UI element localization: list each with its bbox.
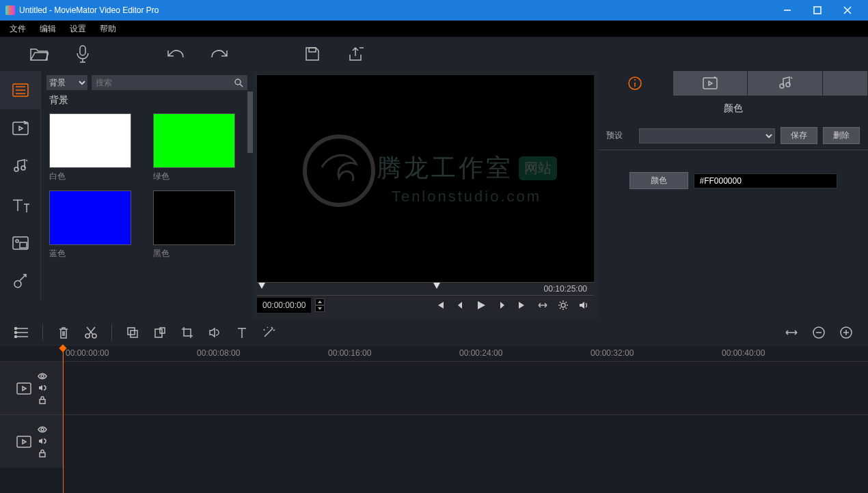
asset-scrollbar[interactable] [247, 91, 253, 153]
magic-button[interactable] [256, 326, 283, 339]
track-body[interactable] [63, 362, 868, 414]
crop-button[interactable] [174, 326, 201, 339]
lock-icon[interactable] [39, 396, 46, 404]
record-voice-button[interactable] [64, 40, 101, 68]
search-input[interactable] [96, 78, 234, 87]
export-button[interactable] [338, 40, 375, 68]
timecode-down-button[interactable] [315, 305, 325, 312]
side-tab-media[interactable] [0, 71, 41, 109]
color-picker-button[interactable]: 颜色 [629, 172, 688, 189]
track-header[interactable] [0, 415, 63, 468]
save-button[interactable] [294, 40, 331, 68]
timeline-ruler[interactable]: 00:00:00:00 00:00:08:00 00:00:16:00 00:0… [0, 346, 868, 361]
main-toolbar [0, 37, 868, 71]
paste-button[interactable] [146, 326, 174, 339]
ruler-tick: 00:00:00:00 [66, 348, 109, 358]
titlebar: Untitled - MovieMator Video Editor Pro [0, 0, 868, 20]
text-button[interactable] [228, 326, 256, 339]
mute-button[interactable] [201, 327, 228, 338]
asset-white[interactable]: 白色 [49, 113, 141, 182]
audio-icon[interactable] [38, 384, 46, 392]
asset-heading: 背景 [49, 94, 247, 107]
playhead-icon[interactable] [63, 346, 64, 493]
inspector-tab-info[interactable] [598, 71, 673, 96]
step-forward-button[interactable] [491, 300, 512, 310]
side-tab-effects[interactable] [0, 262, 41, 300]
zoom-in-button[interactable] [832, 326, 860, 339]
in-marker-icon[interactable] [258, 283, 265, 289]
side-tab-video[interactable] [0, 109, 41, 147]
inspector-tab-more[interactable] [823, 71, 868, 96]
svg-point-52 [41, 428, 44, 431]
undo-button[interactable] [157, 40, 194, 68]
skip-end-button[interactable] [512, 300, 532, 310]
maximize-button[interactable] [802, 0, 832, 20]
step-back-button[interactable] [450, 300, 471, 310]
timeline-toolbar [0, 319, 868, 346]
open-button[interactable] [21, 40, 57, 68]
menu-file[interactable]: 文件 [3, 20, 33, 37]
preset-delete-button[interactable]: 删除 [823, 127, 860, 144]
preset-label: 预设 [606, 130, 634, 141]
volume-button[interactable] [573, 300, 594, 310]
asset-black[interactable]: 黑色 [153, 191, 245, 259]
video-track-icon [16, 435, 32, 449]
timeline-menu-button[interactable] [8, 327, 36, 338]
out-marker-icon[interactable] [433, 283, 440, 289]
svg-point-33 [15, 332, 17, 334]
inspector-tab-audio[interactable] [748, 71, 823, 96]
svg-rect-1 [814, 7, 821, 14]
delete-button[interactable] [50, 326, 77, 339]
svg-rect-49 [40, 399, 45, 404]
cut-button[interactable] [77, 326, 105, 339]
asset-blue[interactable]: 蓝色 [49, 191, 141, 259]
side-tab-audio[interactable] [0, 147, 41, 186]
asset-search[interactable] [92, 75, 247, 90]
svg-rect-25 [703, 78, 717, 89]
visibility-icon[interactable] [38, 373, 47, 380]
trim-bar[interactable]: 00:10:25:00 [257, 282, 594, 296]
inspector-tab-video[interactable] [673, 71, 748, 96]
copy-button[interactable] [119, 326, 146, 339]
video-track-icon [16, 382, 32, 395]
lock-icon[interactable] [39, 449, 46, 457]
close-button[interactable] [832, 0, 863, 20]
svg-rect-4 [80, 46, 85, 55]
asset-filter-select[interactable]: 背景 [46, 75, 87, 90]
skip-start-button[interactable] [430, 300, 450, 310]
menu-edit[interactable]: 编辑 [33, 20, 63, 37]
timecode-up-button[interactable] [315, 298, 325, 305]
svg-point-17 [14, 281, 21, 287]
svg-point-32 [15, 328, 17, 330]
menu-settings[interactable]: 设置 [63, 20, 93, 37]
settings-button[interactable] [553, 300, 573, 311]
window-title: Untitled - MovieMator Video Editor Pro [19, 5, 772, 15]
redo-button[interactable] [201, 40, 238, 68]
asset-green[interactable]: 绿色 [153, 113, 245, 182]
inspector-panel: 颜色 预设 保存 删除 颜色 [598, 71, 868, 319]
side-tab-pip[interactable] [0, 224, 41, 262]
menu-help[interactable]: 帮助 [93, 20, 123, 37]
track-header[interactable] [0, 362, 63, 414]
preset-select[interactable] [639, 128, 775, 143]
audio-icon[interactable] [38, 437, 46, 445]
fit-zoom-button[interactable] [778, 328, 805, 337]
track-body[interactable] [63, 415, 868, 468]
visibility-icon[interactable] [38, 426, 47, 433]
preset-save-button[interactable]: 保存 [781, 127, 817, 144]
svg-point-48 [41, 375, 44, 378]
preview-screen[interactable]: 腾龙工作室网站 Tenlonstudio.com [257, 75, 594, 282]
svg-rect-38 [131, 330, 137, 337]
preview-panel: 腾龙工作室网站 Tenlonstudio.com 00:10:25:00 00:… [253, 71, 598, 319]
svg-point-34 [15, 336, 17, 338]
zoom-out-button[interactable] [805, 326, 832, 339]
play-button[interactable] [471, 300, 491, 311]
side-tab-text[interactable] [0, 186, 41, 224]
loop-button[interactable] [532, 301, 553, 309]
svg-rect-53 [40, 453, 45, 457]
svg-point-18 [235, 79, 241, 85]
color-value-input[interactable] [694, 173, 837, 188]
inspector-title: 颜色 [598, 102, 868, 115]
minimize-button[interactable] [772, 0, 802, 20]
timecode-display[interactable]: 00:00:00:00 [257, 298, 311, 313]
